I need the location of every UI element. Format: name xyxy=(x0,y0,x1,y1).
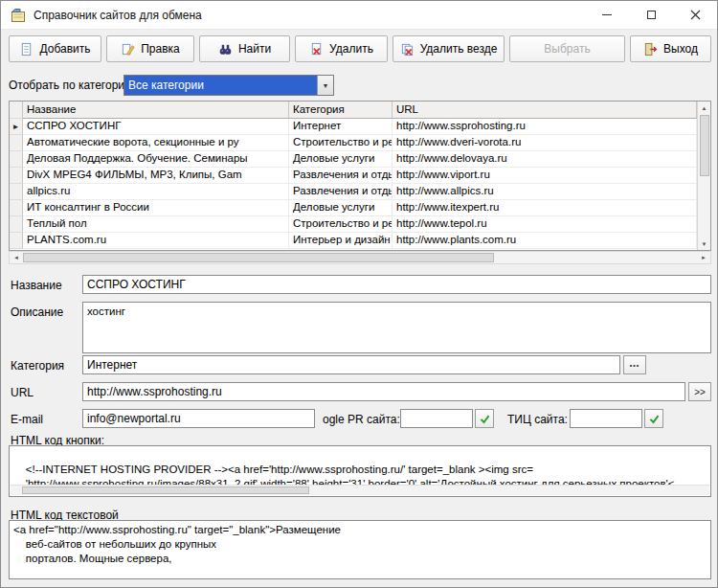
vertical-scrollbar[interactable]: ▲ ▼ xyxy=(697,102,710,250)
scroll-right-icon[interactable]: ► xyxy=(697,255,710,260)
titlebar: Справочник сайтов для обмена xyxy=(1,1,717,30)
cell-url[interactable]: http://www.delovaya.ru xyxy=(393,151,697,168)
description-input[interactable]: хостинг xyxy=(82,302,711,353)
table-row[interactable]: ИТ консалтинг в РоссииДеловые услугиhttp… xyxy=(10,200,697,216)
table-header-row: Название Категория URL xyxy=(10,102,697,119)
cell-category[interactable]: Деловые услуги xyxy=(289,151,393,168)
edit-button-label: Правка xyxy=(141,42,180,56)
table-row[interactable]: allpics.ruРазвлечения и отдыхhttp://www.… xyxy=(10,184,697,200)
green-check-icon xyxy=(648,413,661,425)
row-marker xyxy=(10,233,23,249)
window-title: Справочник сайтов для обмена xyxy=(34,9,202,22)
toolbar: Добавить Правка Найти Удалить Удалить ве… xyxy=(9,35,711,62)
vertical-scroll-track[interactable] xyxy=(698,114,710,237)
cell-url[interactable]: http://www.plants.com.ru xyxy=(393,233,697,249)
cell-category[interactable]: Строительство и ремонт xyxy=(289,135,393,151)
check-tic-button[interactable] xyxy=(644,409,663,428)
name-input[interactable]: ССПРО ХОСТИНГ xyxy=(82,275,711,294)
row-marker xyxy=(10,168,23,184)
sites-table: Название Категория URL ►ССПРО ХОСТИНГИнт… xyxy=(9,101,711,251)
scroll-up-icon[interactable]: ▲ xyxy=(698,102,710,114)
cell-category[interactable]: Интерьер и дизайн xyxy=(289,233,393,249)
exit-icon xyxy=(643,42,658,57)
add-button[interactable]: Добавить xyxy=(9,35,101,62)
email-input[interactable]: info@newportal.ru xyxy=(82,409,315,428)
html-button-code-input[interactable]: <!--INTERNET HOSTING PROVIDER --><a href… xyxy=(9,445,711,497)
google-pr-input[interactable] xyxy=(400,409,473,428)
cell-name[interactable]: Теплый пол xyxy=(23,216,289,233)
find-button[interactable]: Найти xyxy=(199,35,290,62)
cell-name[interactable]: Деловая Поддержка. Обучение. Семинары xyxy=(23,151,289,168)
app-window: Справочник сайтов для обмена Добавить Пр… xyxy=(0,0,718,588)
open-url-button[interactable]: >> xyxy=(688,382,711,401)
cell-category[interactable]: Строительство и ремонт xyxy=(289,216,393,233)
exit-button[interactable]: Выход xyxy=(630,35,711,62)
app-icon xyxy=(11,8,26,23)
cell-name[interactable]: allpics.ru xyxy=(23,184,289,200)
tic-label: ТИЦ сайта: xyxy=(507,413,568,426)
horizontal-scroll-thumb[interactable] xyxy=(23,253,494,262)
add-button-label: Добавить xyxy=(39,42,90,56)
table-row[interactable]: Теплый полСтроительство и ремонтhttp://w… xyxy=(10,216,697,233)
table-row[interactable]: Деловая Поддержка. Обучение. СеминарыДел… xyxy=(10,151,697,168)
check-pr-button[interactable] xyxy=(475,409,494,428)
cell-category[interactable]: Интернет xyxy=(289,119,393,135)
delete-icon xyxy=(309,42,324,57)
edit-button[interactable]: Правка xyxy=(106,35,194,62)
column-header-url[interactable]: URL xyxy=(393,102,697,119)
category-picker-button[interactable]: ••• xyxy=(623,355,646,374)
tic-input[interactable] xyxy=(570,409,642,428)
close-button[interactable] xyxy=(673,1,717,29)
table-row[interactable]: ►ССПРО ХОСТИНГИнтернетhttp://www.ssproho… xyxy=(10,119,697,135)
cell-url[interactable]: http://www.ssprohosting.ru xyxy=(393,119,697,135)
cell-url[interactable]: http://www.tepol.ru xyxy=(393,216,697,233)
select-button[interactable]: Выбрать xyxy=(509,35,625,62)
minimize-icon xyxy=(602,14,612,15)
row-marker xyxy=(10,216,23,233)
row-marker xyxy=(10,151,23,168)
table-row[interactable]: DivX MPEG4 ФИЛЬМЫ, MP3, Клипы, GamРазвле… xyxy=(10,168,697,184)
cell-name[interactable]: PLANTS.com.ru xyxy=(23,233,289,249)
add-document-icon xyxy=(19,42,34,57)
html-text-code-input[interactable]: <a href="http://www.ssprohosting.ru" tar… xyxy=(9,520,711,579)
category-label: Категория xyxy=(11,359,64,373)
green-check-icon xyxy=(479,413,491,425)
vertical-scroll-thumb[interactable] xyxy=(700,115,709,176)
cell-url[interactable]: http://www.itexpert.ru xyxy=(393,200,697,216)
chevron-down-icon[interactable]: ▼ xyxy=(317,76,333,95)
cell-name[interactable]: DivX MPEG4 ФИЛЬМЫ, MP3, Клипы, Gam xyxy=(23,168,289,184)
column-header-name[interactable]: Название xyxy=(23,102,289,119)
cell-name[interactable]: Автоматические ворота, секционные и ру xyxy=(23,135,289,151)
cell-url[interactable]: http://www.allpics.ru xyxy=(393,184,697,200)
url-input[interactable]: http://www.ssprohosting.ru xyxy=(82,382,685,401)
scroll-down-icon[interactable]: ▼ xyxy=(698,237,710,250)
cell-category[interactable]: Деловые услуги xyxy=(289,200,393,216)
category-input[interactable]: Интернет xyxy=(82,355,620,374)
delete-button[interactable]: Удалить xyxy=(295,35,388,62)
maximize-button[interactable] xyxy=(629,1,673,29)
minimize-button[interactable] xyxy=(585,1,629,29)
row-marker xyxy=(10,184,23,200)
table-row[interactable]: Автоматические ворота, секционные и руСт… xyxy=(10,135,697,151)
cell-url[interactable]: http://www.viport.ru xyxy=(393,168,697,184)
memo-horizontal-scrollbar[interactable] xyxy=(11,485,709,495)
category-filter-selected-value: Все категории xyxy=(124,76,317,95)
memo-scroll-thumb[interactable] xyxy=(22,486,309,494)
column-header-category[interactable]: Категория xyxy=(289,102,393,119)
table-body: ►ССПРО ХОСТИНГИнтернетhttp://www.ssproho… xyxy=(10,119,697,249)
category-filter-combobox[interactable]: Все категории ▼ xyxy=(123,75,334,96)
cell-name[interactable]: ССПРО ХОСТИНГ xyxy=(23,119,289,135)
select-button-label: Выбрать xyxy=(544,42,590,56)
cell-category[interactable]: Развлечения и отдых xyxy=(289,184,393,200)
cell-category[interactable]: Развлечения и отдых xyxy=(289,168,393,184)
table-row[interactable]: PLANTS.com.ruИнтерьер и дизайнhttp://www… xyxy=(10,233,697,249)
cell-name[interactable]: ИТ консалтинг в России xyxy=(23,200,289,216)
cell-url[interactable]: http://www.dveri-vorota.ru xyxy=(393,135,697,151)
row-marker xyxy=(10,200,23,216)
delete-everywhere-button[interactable]: Удалить везде xyxy=(393,35,505,62)
google-pr-label: ogle PR сайта: xyxy=(323,413,400,426)
scroll-left-icon[interactable]: ◄ xyxy=(10,255,23,260)
horizontal-scrollbar[interactable]: ◄ ► xyxy=(9,251,711,264)
delete-everywhere-button-label: Удалить везде xyxy=(420,42,498,56)
maximize-icon xyxy=(647,11,656,19)
